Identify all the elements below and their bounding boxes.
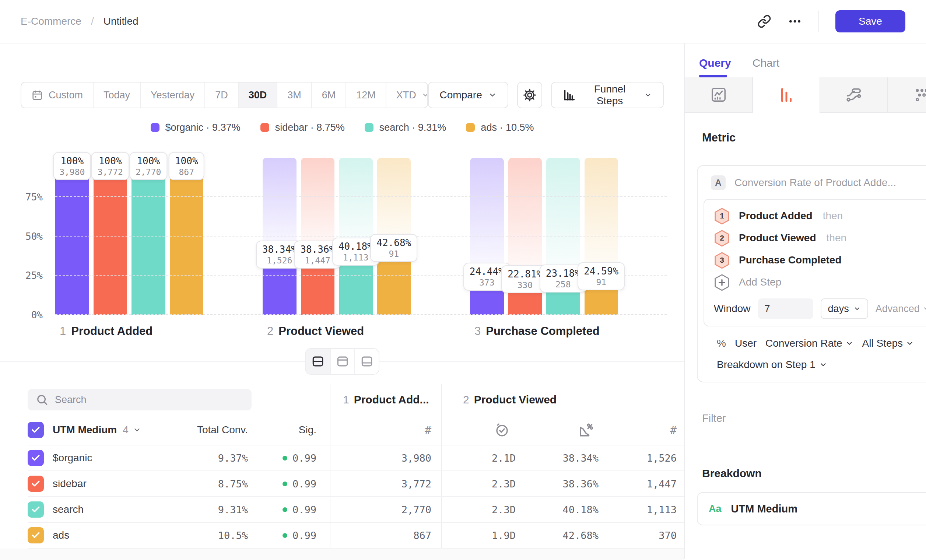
funnel-bar-ghost bbox=[546, 158, 580, 278]
measure-entity[interactable]: User bbox=[735, 338, 757, 349]
avg-time-column-header[interactable] bbox=[441, 415, 516, 445]
funnel-bar-ads[interactable]: 42.68%91 bbox=[377, 158, 411, 315]
tab-funnel-chart[interactable] bbox=[753, 77, 821, 113]
table-step1-header[interactable]: 1 Product Add... bbox=[330, 384, 441, 415]
kebab-menu-icon[interactable] bbox=[924, 502, 926, 515]
funnel-bar-search[interactable]: 23.18%258 bbox=[546, 158, 580, 315]
breakdown-on-dropdown[interactable]: Breakdown on Step 1 bbox=[717, 359, 926, 371]
tab-retention-chart[interactable] bbox=[820, 77, 888, 113]
group-count: 4 bbox=[123, 424, 129, 436]
measure-scope-dropdown[interactable]: All Steps bbox=[862, 338, 914, 349]
step-number: 3 bbox=[720, 256, 724, 265]
step-hexagon-icon: 1 bbox=[714, 207, 730, 224]
layout-top-button[interactable] bbox=[330, 349, 354, 374]
query-step-3[interactable]: 3Purchase Completed bbox=[714, 249, 926, 271]
panel-layout-icon bbox=[360, 354, 374, 368]
row-checkbox[interactable] bbox=[28, 450, 44, 466]
legend-item[interactable]: ads · 10.5% bbox=[466, 122, 534, 133]
line-chart-icon bbox=[710, 86, 727, 103]
breadcrumb: E-Commerce / Untitled bbox=[21, 15, 139, 27]
table-search[interactable] bbox=[28, 389, 251, 410]
chart-settings-button[interactable] bbox=[517, 82, 542, 108]
step-number: 1 bbox=[720, 212, 724, 220]
add-step-button[interactable]: Add Step bbox=[714, 271, 926, 293]
share-link-icon[interactable] bbox=[757, 14, 771, 28]
save-button[interactable]: Save bbox=[835, 10, 905, 32]
funnel-bar-sidebar[interactable]: 38.36%1,447 bbox=[301, 158, 335, 315]
select-all-checkbox[interactable] bbox=[28, 422, 44, 438]
chart-type-button[interactable]: Funnel Steps bbox=[551, 82, 664, 108]
breadcrumb-report-title[interactable]: Untitled bbox=[103, 15, 139, 27]
add-step-label: Add Step bbox=[739, 276, 781, 288]
funnel-bar-search[interactable]: 40.18%1,113 bbox=[339, 158, 373, 315]
funnel-chart-icon bbox=[778, 86, 795, 103]
date-range-today[interactable]: Today bbox=[93, 83, 140, 107]
window-value-input[interactable] bbox=[758, 298, 813, 319]
funnel-bar-ads[interactable]: 100%867 bbox=[170, 158, 204, 315]
query-step-2[interactable]: 2Product Viewedthen bbox=[714, 227, 926, 249]
date-range-picker: CustomTodayYesterday7D30D3M6M12MXTD bbox=[21, 82, 428, 108]
funnel-bar-$organic[interactable]: 100%3,980 bbox=[55, 158, 89, 315]
compare-button[interactable]: Compare bbox=[428, 82, 508, 108]
row-checkbox[interactable] bbox=[28, 476, 44, 492]
tab-chart[interactable]: Chart bbox=[752, 57, 779, 77]
query-step-1[interactable]: 1Product Addedthen bbox=[714, 205, 926, 227]
conv-rate-column-header[interactable] bbox=[516, 415, 599, 445]
bar-count-value: 373 bbox=[470, 278, 504, 288]
date-range-7d[interactable]: 7D bbox=[204, 83, 238, 107]
date-range-yesterday[interactable]: Yesterday bbox=[140, 83, 204, 107]
funnel-bar-sidebar[interactable]: 100%3,772 bbox=[94, 158, 127, 315]
step2-count-column-header[interactable]: # bbox=[599, 415, 679, 445]
legend-item[interactable]: sidebar · 8.75% bbox=[260, 122, 345, 133]
date-range-xtd[interactable]: XTD bbox=[386, 83, 428, 107]
more-menu-icon[interactable] bbox=[787, 14, 802, 29]
panel-layout-toggle bbox=[305, 348, 380, 375]
hash-icon: # bbox=[670, 424, 676, 437]
breakdown-label: Breakdown bbox=[702, 467, 762, 480]
row-avg-time: 1.9D bbox=[441, 523, 516, 548]
retention-icon bbox=[845, 86, 862, 103]
bar-count-value: 330 bbox=[508, 280, 542, 290]
breakdown-item[interactable]: Aa UTM Medium bbox=[697, 492, 926, 525]
tab-query[interactable]: Query bbox=[699, 57, 731, 77]
measure-dropdown[interactable]: Conversion Rate bbox=[766, 338, 853, 349]
row-significance: 0.99 bbox=[252, 471, 330, 496]
group-by-dropdown[interactable]: UTM Medium 4 bbox=[53, 424, 141, 436]
funnel-bar-ads[interactable]: 24.59%91 bbox=[584, 158, 619, 315]
row-checkbox[interactable] bbox=[28, 501, 44, 518]
chart-toolbar: CustomTodayYesterday7D30D3M6M12MXTD Comp… bbox=[21, 82, 664, 108]
funnel-bar-search[interactable]: 100%2,770 bbox=[132, 158, 165, 315]
total-conv-column-header[interactable]: Total Conv. bbox=[149, 415, 252, 445]
funnel-bar-$organic[interactable]: 38.34%1,526 bbox=[263, 158, 297, 315]
date-range-12m[interactable]: 12M bbox=[345, 83, 386, 107]
tab-line-chart[interactable] bbox=[685, 77, 753, 113]
step1-count-column-header[interactable]: # bbox=[330, 415, 441, 445]
row-checkbox[interactable] bbox=[28, 527, 44, 543]
breadcrumb-project[interactable]: E-Commerce bbox=[21, 15, 82, 27]
advanced-dropdown[interactable]: Advanced bbox=[876, 303, 926, 315]
legend-item[interactable]: $organic · 9.37% bbox=[151, 122, 241, 133]
step-event-name: Product Viewed bbox=[739, 232, 816, 244]
chevron-down-icon bbox=[819, 361, 827, 369]
sig-column-header[interactable]: Sig. bbox=[252, 415, 330, 445]
funnel-bar-$organic[interactable]: 24.44%373 bbox=[470, 158, 504, 315]
date-range-30d[interactable]: 30D bbox=[238, 83, 277, 107]
layout-bottom-button[interactable] bbox=[354, 349, 379, 374]
layout-split-button[interactable] bbox=[306, 349, 330, 374]
legend-item[interactable]: search · 9.31% bbox=[365, 122, 446, 133]
date-range-custom[interactable]: Custom bbox=[21, 83, 93, 107]
table-step2-header[interactable]: 2 Product Viewed bbox=[441, 384, 679, 415]
row-name-cell: ads bbox=[28, 523, 149, 548]
metric-title-row[interactable]: A Conversion Rate of Product Adde... bbox=[711, 176, 926, 190]
bar-pct-value: 100% bbox=[59, 156, 85, 166]
funnel-bar-sidebar[interactable]: 22.81%330 bbox=[508, 158, 542, 315]
window-unit-dropdown[interactable]: days bbox=[821, 298, 868, 319]
search-input[interactable] bbox=[55, 394, 224, 406]
date-range-6m[interactable]: 6M bbox=[311, 83, 346, 107]
funnel-step-group-2: 38.34%1,52638.36%1,44740.18%1,11342.68%9… bbox=[263, 158, 411, 315]
panel-tabs: Query Chart bbox=[685, 44, 926, 77]
date-range-3m[interactable]: 3M bbox=[277, 83, 311, 107]
tab-segmentation-chart[interactable] bbox=[888, 77, 926, 113]
y-axis-tick: 75% bbox=[26, 192, 43, 203]
metric-card: A Conversion Rate of Product Adde... 1Pr… bbox=[697, 165, 926, 383]
